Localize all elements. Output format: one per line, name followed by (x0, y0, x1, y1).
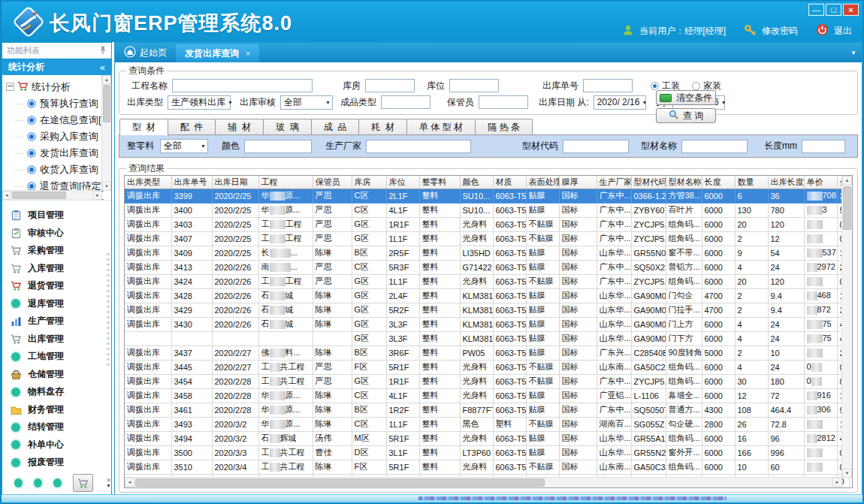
group-header[interactable]: 统计分析 « (2, 59, 111, 75)
table-row[interactable]: 调拨出库34242020/2/26工工程严思G区1L1F整料光身料6063-T5… (125, 274, 849, 288)
out-type-select[interactable]: 生产领料出库▼ (168, 95, 231, 110)
column-header[interactable]: 型材名称 (666, 176, 702, 189)
tab-home[interactable]: 起始页 (115, 43, 176, 62)
change-password-link[interactable]: 修改密码 (762, 25, 798, 38)
table-row[interactable]: 调拨出库34032020/2/25工工程严思G区1R1F整料光身料6063-T5… (125, 217, 849, 231)
column-header[interactable]: 出库日期 (212, 176, 258, 189)
sidebar-item-退货管理[interactable]: 退货管理 (10, 277, 111, 295)
material-tab-配件[interactable]: 配 件 (168, 119, 216, 134)
pin-icon[interactable] (99, 45, 107, 56)
material-tab-成品[interactable]: 成 品 (311, 119, 360, 134)
column-header[interactable]: 保管员 (313, 176, 352, 189)
keeper-input[interactable] (479, 95, 528, 109)
sidebar-item-结转管理[interactable]: 结转管理 (10, 418, 111, 436)
sidebar-item-项目管理[interactable]: 项目管理 (10, 207, 111, 225)
length-input[interactable] (802, 140, 845, 153)
sidebar-item-报废管理[interactable]: 报废管理 (10, 454, 111, 472)
radio-jiazhuang[interactable] (692, 82, 700, 90)
tree-item[interactable]: 发货出库查询 (6, 145, 101, 161)
sidebar-item-工地管理[interactable]: 工地管理 (10, 348, 111, 366)
table-vertical-scrollbar[interactable]: ▲ ▼ (841, 176, 852, 478)
column-header[interactable]: 生产厂家 (597, 176, 631, 189)
column-header[interactable]: 出库长度 (768, 176, 804, 189)
tab-list-dropdown-icon[interactable]: ▼ (850, 50, 856, 56)
order-no-input[interactable] (583, 79, 633, 92)
column-header[interactable]: 表面处理 (526, 176, 559, 189)
table-row[interactable]: 调拨出库34282020/2/26石城陈琳G区2L4F整料KLM38176063… (125, 288, 849, 303)
table-row[interactable]: 调拨出库34372020/2/27佛料...陈琳B区3R6F整料PW056063… (125, 346, 849, 360)
table-row[interactable]: 调拨出库34942020/3/2石辉城汤伟M区5R1F整料光身料6063-T5贴… (125, 431, 849, 445)
material-tab-型材[interactable]: 型 材 (119, 119, 168, 135)
profile-name-input[interactable] (681, 140, 748, 153)
profile-code-input[interactable] (563, 140, 629, 153)
column-header[interactable]: 单价 (804, 176, 837, 189)
table-row[interactable]: 调拨出库34612020/2/28华原...陈琳B区1R2F整料F8877FT6… (125, 403, 849, 417)
sidebar-item-补单中心[interactable]: 补单中心 (10, 436, 111, 454)
factory-input[interactable] (366, 140, 471, 153)
column-header[interactable]: 长度 (702, 176, 735, 189)
column-header[interactable]: 库位 (386, 176, 419, 189)
warehouse-input[interactable] (365, 79, 415, 92)
sidebar-item-生产管理[interactable]: 生产管理 (10, 312, 111, 330)
logout-link[interactable]: 退出 (834, 25, 852, 38)
column-header[interactable]: 型材代码 (631, 176, 666, 189)
table-horizontal-scrollbar[interactable]: ◄ ► (125, 477, 842, 487)
table-row[interactable]: 调拨出库34542020/2/28工共工程严思G区1R1F整料光身料6063-T… (125, 374, 849, 388)
sidebar-item-物料盘存[interactable]: 物料盘存 (10, 383, 111, 401)
tab-shipment-outbound-query[interactable]: 发货出库查询 × (176, 44, 259, 62)
column-header[interactable]: 出库单号 (171, 176, 212, 189)
sidebar-item-入库管理[interactable]: 入库管理 (10, 260, 111, 278)
table-row[interactable]: G区3L3F整料KLM38176063-T5贴膜国标山东华...GA90M09.… (125, 331, 849, 346)
menu-scroll-track[interactable] (107, 253, 110, 366)
radio-gongzhuang[interactable] (651, 82, 659, 90)
whole-part-select[interactable]: 全部▼ (160, 139, 208, 153)
date-from-select[interactable]: 2020/ 2/16▼ (594, 95, 646, 110)
sidebar-item-出库管理[interactable]: 出库管理 (10, 330, 111, 349)
sidebar-item-审核中心[interactable]: 审核中心 (10, 225, 111, 243)
overflow-item-icon[interactable] (14, 478, 23, 487)
table-row[interactable]: 调拨出库34302020/2/26石城陈琳G区3L3F整料KLM38176063… (125, 317, 849, 331)
material-tab-耗材[interactable]: 耗 材 (358, 119, 407, 134)
tree-root-node[interactable]: 统计分析 (6, 78, 101, 95)
overflow-cart-button[interactable] (73, 474, 93, 492)
column-header[interactable]: 出库类型 (125, 176, 171, 189)
column-header[interactable]: 整零料 (419, 176, 460, 189)
tab-close-icon[interactable]: × (246, 49, 250, 58)
color-input[interactable] (244, 140, 312, 153)
overflow-item-icon[interactable] (53, 478, 62, 487)
table-row[interactable]: 调拨出库33992020/2/25华原...严思C区2L1F整料SU10...6… (125, 189, 849, 203)
minimize-button[interactable]: — (808, 4, 824, 16)
collapse-icon[interactable]: « (100, 62, 105, 73)
tree-item[interactable]: 采购入库查询 (6, 128, 101, 145)
overflow-more-button[interactable]: »▼ (106, 477, 111, 489)
sidebar-item-采购管理[interactable]: 采购管理 (10, 242, 111, 260)
table-row[interactable]: 调拨出库34452020/2/27工共工程严思F区5R1F整料光身料6063-T… (125, 360, 849, 374)
sidebar-item-财务管理[interactable]: 财务管理 (10, 401, 111, 419)
column-header[interactable]: 颜色 (460, 176, 493, 189)
column-header[interactable]: 工程 (258, 176, 313, 189)
tree-vertical-scrollbar[interactable]: ▲ ▼ (101, 75, 111, 191)
material-tab-玻璃[interactable]: 玻 璃 (263, 119, 312, 134)
table-row[interactable]: 调拨出库35002020/3/3工共工程曹佳D区3L1F整料LT3P606063… (125, 445, 849, 460)
table-row[interactable]: 调拨出库34132020/2/26南...严思C区5R3F整料G71422606… (125, 260, 849, 274)
project-name-input[interactable] (172, 79, 313, 92)
table-row[interactable]: 调拨出库34092020/2/25长...陈琳B区2R5F整料LI35HD606… (125, 246, 849, 260)
table-row[interactable]: 调拨出库34002020/2/25华原...严思C区4L1F整料SU10...6… (125, 203, 849, 217)
close-button[interactable]: × (843, 4, 859, 16)
sidebar-item-仓储管理[interactable]: 仓储管理 (10, 366, 111, 384)
tree-horizontal-scrollbar[interactable]: ◄ ► (2, 190, 102, 200)
tree-item[interactable]: 预算执行查询 (6, 95, 101, 112)
column-header[interactable]: 膜厚 (559, 176, 597, 189)
column-header[interactable]: 库房 (352, 176, 386, 189)
column-header[interactable]: 数量 (735, 176, 768, 189)
material-tab-单体型材[interactable]: 单 体 型 材 (406, 119, 476, 134)
column-header[interactable]: 材质 (493, 176, 526, 189)
material-tab-隔热条[interactable]: 隔 热 条 (475, 119, 533, 134)
audit-select[interactable]: 全部▼ (280, 95, 333, 110)
table-row[interactable]: 调拨出库34932020/3/2华原...陈琳C区1L1F整料黑色塑料不贴膜国标… (125, 417, 849, 431)
maximize-button[interactable]: □ (826, 4, 841, 16)
table-row[interactable]: 调拨出库34582020/2/28华原...陈琳C区4L1F整料光身料6063-… (125, 388, 849, 403)
material-tab-辅材[interactable]: 辅 材 (215, 119, 264, 134)
clear-conditions-button[interactable]: 清空条件 (656, 90, 716, 105)
location-input[interactable] (449, 79, 499, 92)
